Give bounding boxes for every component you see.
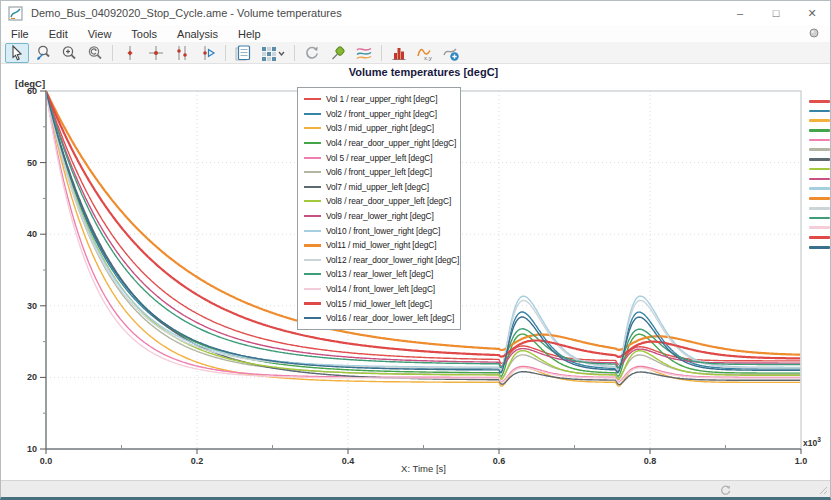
refresh-icon xyxy=(303,44,321,62)
fft-curve-icon: x,y xyxy=(416,44,434,62)
y-tick-label: 60 xyxy=(27,86,37,96)
legend-item[interactable]: Vol14 / front_lower_left [degC] xyxy=(304,282,460,297)
chart-area: Volume temperatures [degC] [degC] 0.00.2… xyxy=(1,64,831,480)
cursor-double-button[interactable] xyxy=(170,43,194,63)
curve-color-marker xyxy=(809,246,830,249)
legend-item[interactable]: Vol6 / front_upper_left [degC] xyxy=(304,165,460,180)
post-processing-button[interactable] xyxy=(231,43,255,63)
auto-refresh-icon[interactable] xyxy=(719,484,732,497)
legend-item[interactable]: Vol7 / mid_upper_left [degC] xyxy=(304,180,460,195)
legend-label: Vol4 / rear_door_upper_right [degC] xyxy=(326,138,456,148)
legend-label: Vol8 / rear_door_upper_left [degC] xyxy=(326,196,451,206)
minimize-button[interactable]: – xyxy=(722,1,758,25)
curve-color-marker xyxy=(809,236,830,239)
curve-color-marker xyxy=(809,168,830,171)
menu-item-analysis[interactable]: Analysis xyxy=(167,27,228,41)
add-plot-button[interactable] xyxy=(439,43,463,63)
window-title: Demo_Bus_04092020_Stop_Cycle.ame - Volum… xyxy=(31,7,342,19)
cursor-cross-icon xyxy=(147,44,165,62)
legend-item[interactable]: Vol15 / mid_lower_left [degC] xyxy=(304,296,460,311)
legend-label: Vol16 / rear_door_lower_left [degC] xyxy=(326,313,454,323)
replay-refresh-button[interactable] xyxy=(300,43,324,63)
curve-color-marker xyxy=(809,217,830,220)
pushpin-icon xyxy=(329,44,347,62)
add-plot-icon xyxy=(442,44,460,62)
report-list-icon xyxy=(234,44,252,62)
cursor-single-icon xyxy=(121,44,139,62)
legend-label: Vol12 / rear_door_lower_right [degC] xyxy=(326,255,459,265)
plot-layout-button[interactable] xyxy=(257,43,289,63)
curve-color-marker xyxy=(809,197,830,200)
legend-label: Vol 5 / rear_upper_left [degC] xyxy=(326,153,432,163)
legend-item[interactable]: Vol11 / mid_lower_right [degC] xyxy=(304,238,460,253)
zoom-dynamic-button[interactable] xyxy=(31,43,55,63)
fft-xy-button[interactable]: x,y xyxy=(413,43,437,63)
cursor-follow-icon xyxy=(199,44,217,62)
legend-swatch xyxy=(304,317,321,319)
cursor-follow-button[interactable] xyxy=(196,43,220,63)
legend-item[interactable]: Vol8 / rear_door_upper_left [degC] xyxy=(304,194,460,209)
toolbar: x,y xyxy=(1,42,830,64)
legend-swatch xyxy=(304,259,321,261)
legend-swatch xyxy=(304,171,321,173)
legend-item[interactable]: Vol4 / rear_door_upper_right [degC] xyxy=(304,136,460,151)
statusbar xyxy=(1,480,830,498)
maximize-button[interactable]: □ xyxy=(758,1,794,25)
legend-item[interactable]: Vol16 / rear_door_lower_left [degC] xyxy=(304,311,460,326)
cursor-arrow-icon xyxy=(8,44,26,62)
curve-color-marker xyxy=(809,119,830,122)
close-button[interactable]: ✕ xyxy=(794,1,830,25)
curve-color-marker xyxy=(809,187,830,190)
plot-window: Demo_Bus_04092020_Stop_Cycle.ame - Volum… xyxy=(0,0,831,500)
toolbar-separator xyxy=(225,45,226,61)
x-axis-label: X: Time [s] xyxy=(46,463,801,474)
select-cursor-button[interactable] xyxy=(5,43,29,63)
cursor-single-button[interactable] xyxy=(118,43,142,63)
legend-item[interactable]: Vol12 / rear_door_lower_right [degC] xyxy=(304,253,460,268)
y-tick-label: 50 xyxy=(27,158,37,168)
legend-label: Vol14 / front_lower_left [degC] xyxy=(326,284,435,294)
legend-item[interactable]: Vol 5 / rear_upper_left [degC] xyxy=(304,150,460,165)
y-tick-label: 40 xyxy=(27,229,37,239)
menu-item-tools[interactable]: Tools xyxy=(121,27,167,41)
connection-status-icon[interactable] xyxy=(808,27,820,39)
zoom-previous-button[interactable] xyxy=(83,43,107,63)
menu-item-file[interactable]: File xyxy=(1,27,39,41)
zoom-in-button[interactable] xyxy=(57,43,81,63)
curve-color-marker xyxy=(809,100,830,103)
menu-item-help[interactable]: Help xyxy=(228,27,271,41)
app-icon xyxy=(8,6,23,21)
legend-item[interactable]: Vol10 / front_lower_right [degC] xyxy=(304,223,460,238)
chevron-down-icon xyxy=(279,52,284,55)
menu-item-view[interactable]: View xyxy=(78,27,122,41)
legend-item[interactable]: Vol3 / mid_upper_right [degC] xyxy=(304,121,460,136)
legend-swatch xyxy=(304,244,321,247)
legend-item[interactable]: Vol9 / rear_lower_right [degC] xyxy=(304,209,460,224)
legend-label: Vol 1 / rear_upper_right [degC] xyxy=(326,94,437,104)
multiplier-exponent: 3 xyxy=(817,436,821,443)
curves-overlay-button[interactable] xyxy=(352,43,376,63)
curve-color-marker xyxy=(809,148,830,151)
legend-label: Vol6 / front_upper_left [degC] xyxy=(326,167,432,177)
y-tick-label: 10 xyxy=(27,444,37,454)
curve-color-marker xyxy=(809,178,830,181)
pin-curve-button[interactable] xyxy=(326,43,350,63)
menu-item-edit[interactable]: Edit xyxy=(39,27,78,41)
cursor-double-icon xyxy=(173,44,191,62)
legend-swatch xyxy=(304,157,321,159)
legend-item[interactable]: Vol13 / rear_lower_left [degC] xyxy=(304,267,460,282)
resize-grip[interactable] xyxy=(818,485,828,495)
histogram-button[interactable] xyxy=(387,43,411,63)
curve-color-marker xyxy=(809,110,830,113)
legend-label: Vol10 / front_lower_right [degC] xyxy=(326,226,440,236)
cursor-cross-button[interactable] xyxy=(144,43,168,63)
legend-item[interactable]: Vol2 / front_upper_right [degC] xyxy=(304,107,460,122)
legend-swatch xyxy=(304,273,321,275)
zoom-in-icon xyxy=(60,44,78,62)
menubar-items: FileEditViewToolsAnalysisHelp xyxy=(1,27,271,41)
x-axis-multiplier: x103 xyxy=(803,436,821,448)
legend-label: Vol2 / front_upper_right [degC] xyxy=(326,109,437,119)
legend-item[interactable]: Vol 1 / rear_upper_right [degC] xyxy=(304,92,460,107)
svg-text:x,y: x,y xyxy=(424,55,432,61)
legend-label: Vol15 / mid_lower_left [degC] xyxy=(326,299,432,309)
